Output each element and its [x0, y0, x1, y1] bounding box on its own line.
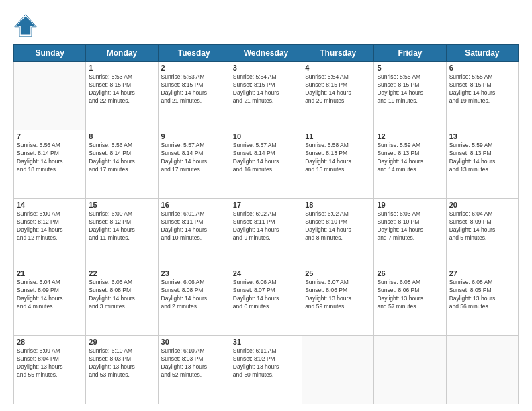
weekday-header-friday: Friday — [374, 45, 446, 62]
calendar-cell: 15 Sunrise: 6:00 AMSunset: 8:12 PMDaylig… — [86, 199, 158, 267]
day-number: 15 — [89, 201, 154, 209]
day-number: 30 — [161, 338, 227, 346]
weekday-header-wednesday: Wednesday — [230, 45, 302, 62]
calendar-cell — [302, 336, 374, 404]
day-number: 3 — [233, 64, 299, 72]
day-number: 1 — [89, 64, 154, 72]
weekday-header-thursday: Thursday — [302, 45, 374, 62]
day-number: 8 — [89, 132, 154, 140]
day-number: 24 — [233, 269, 299, 277]
day-number: 31 — [233, 338, 299, 346]
header — [13, 13, 519, 38]
day-number: 27 — [449, 269, 515, 277]
day-info: Sunrise: 6:02 AMSunset: 8:11 PMDaylight:… — [233, 210, 299, 242]
day-info: Sunrise: 5:56 AMSunset: 8:14 PMDaylight:… — [17, 142, 83, 174]
day-info: Sunrise: 5:54 AMSunset: 8:15 PMDaylight:… — [305, 73, 371, 105]
calendar-cell: 27 Sunrise: 6:08 AMSunset: 8:05 PMDaylig… — [446, 267, 518, 336]
weekday-header-tuesday: Tuesday — [158, 45, 230, 62]
day-number: 4 — [305, 64, 371, 72]
calendar-cell: 1 Sunrise: 5:53 AMSunset: 8:15 PMDayligh… — [86, 62, 158, 130]
calendar-cell: 9 Sunrise: 5:57 AMSunset: 8:14 PMDayligh… — [158, 130, 230, 199]
calendar-cell: 5 Sunrise: 5:55 AMSunset: 8:15 PMDayligh… — [374, 62, 446, 130]
day-info: Sunrise: 6:04 AMSunset: 8:09 PMDaylight:… — [17, 279, 83, 311]
calendar-cell — [14, 62, 86, 130]
calendar-cell: 30 Sunrise: 6:10 AMSunset: 8:03 PMDaylig… — [158, 336, 230, 404]
calendar-cell: 26 Sunrise: 6:08 AMSunset: 8:06 PMDaylig… — [374, 267, 446, 336]
day-number: 5 — [377, 64, 443, 72]
week-row-2: 7 Sunrise: 5:56 AMSunset: 8:14 PMDayligh… — [14, 130, 519, 199]
calendar-cell: 18 Sunrise: 6:02 AMSunset: 8:10 PMDaylig… — [302, 199, 374, 267]
day-info: Sunrise: 6:09 AMSunset: 8:04 PMDaylight:… — [17, 347, 83, 379]
day-number: 14 — [17, 201, 83, 209]
calendar-cell: 23 Sunrise: 6:06 AMSunset: 8:08 PMDaylig… — [158, 267, 230, 336]
day-info: Sunrise: 6:08 AMSunset: 8:06 PMDaylight:… — [377, 279, 443, 311]
day-info: Sunrise: 5:58 AMSunset: 8:13 PMDaylight:… — [305, 142, 371, 174]
day-number: 16 — [161, 201, 227, 209]
weekday-header-row: SundayMondayTuesdayWednesdayThursdayFrid… — [14, 45, 519, 62]
day-number: 7 — [17, 132, 83, 140]
calendar-cell: 22 Sunrise: 6:05 AMSunset: 8:08 PMDaylig… — [86, 267, 158, 336]
calendar-cell: 24 Sunrise: 6:06 AMSunset: 8:07 PMDaylig… — [230, 267, 302, 336]
calendar-cell: 14 Sunrise: 6:00 AMSunset: 8:12 PMDaylig… — [14, 199, 86, 267]
day-info: Sunrise: 6:10 AMSunset: 8:03 PMDaylight:… — [161, 347, 227, 379]
calendar-cell: 13 Sunrise: 5:59 AMSunset: 8:13 PMDaylig… — [446, 130, 518, 199]
day-info: Sunrise: 5:56 AMSunset: 8:14 PMDaylight:… — [89, 142, 154, 174]
day-info: Sunrise: 6:05 AMSunset: 8:08 PMDaylight:… — [89, 279, 154, 311]
day-number: 20 — [449, 201, 515, 209]
day-number: 29 — [89, 338, 154, 346]
day-number: 21 — [17, 269, 83, 277]
day-info: Sunrise: 5:59 AMSunset: 8:13 PMDaylight:… — [377, 142, 443, 174]
day-number: 19 — [377, 201, 443, 209]
day-info: Sunrise: 5:57 AMSunset: 8:14 PMDaylight:… — [161, 142, 227, 174]
day-number: 2 — [161, 64, 227, 72]
day-info: Sunrise: 6:08 AMSunset: 8:05 PMDaylight:… — [449, 279, 515, 311]
calendar-cell: 6 Sunrise: 5:55 AMSunset: 8:15 PMDayligh… — [446, 62, 518, 130]
day-number: 10 — [233, 132, 299, 140]
calendar-cell: 11 Sunrise: 5:58 AMSunset: 8:13 PMDaylig… — [302, 130, 374, 199]
day-info: Sunrise: 5:59 AMSunset: 8:13 PMDaylight:… — [449, 142, 515, 174]
week-row-1: 1 Sunrise: 5:53 AMSunset: 8:15 PMDayligh… — [14, 62, 519, 130]
day-number: 23 — [161, 269, 227, 277]
day-number: 18 — [305, 201, 371, 209]
day-info: Sunrise: 6:11 AMSunset: 8:02 PMDaylight:… — [233, 347, 299, 379]
week-row-3: 14 Sunrise: 6:00 AMSunset: 8:12 PMDaylig… — [14, 199, 519, 267]
calendar-cell: 17 Sunrise: 6:02 AMSunset: 8:11 PMDaylig… — [230, 199, 302, 267]
day-info: Sunrise: 5:53 AMSunset: 8:15 PMDaylight:… — [89, 73, 154, 105]
day-info: Sunrise: 6:07 AMSunset: 8:06 PMDaylight:… — [305, 279, 371, 311]
calendar-cell: 25 Sunrise: 6:07 AMSunset: 8:06 PMDaylig… — [302, 267, 374, 336]
day-info: Sunrise: 6:00 AMSunset: 8:12 PMDaylight:… — [89, 210, 154, 242]
logo-icon — [13, 13, 38, 38]
day-number: 28 — [17, 338, 83, 346]
calendar-cell — [374, 336, 446, 404]
calendar-cell: 7 Sunrise: 5:56 AMSunset: 8:14 PMDayligh… — [14, 130, 86, 199]
calendar-cell: 21 Sunrise: 6:04 AMSunset: 8:09 PMDaylig… — [14, 267, 86, 336]
calendar-cell: 20 Sunrise: 6:04 AMSunset: 8:09 PMDaylig… — [446, 199, 518, 267]
calendar-cell: 10 Sunrise: 5:57 AMSunset: 8:14 PMDaylig… — [230, 130, 302, 199]
day-info: Sunrise: 6:03 AMSunset: 8:10 PMDaylight:… — [377, 210, 443, 242]
calendar-cell: 19 Sunrise: 6:03 AMSunset: 8:10 PMDaylig… — [374, 199, 446, 267]
calendar-cell: 2 Sunrise: 5:53 AMSunset: 8:15 PMDayligh… — [158, 62, 230, 130]
calendar-cell: 31 Sunrise: 6:11 AMSunset: 8:02 PMDaylig… — [230, 336, 302, 404]
day-number: 22 — [89, 269, 154, 277]
day-info: Sunrise: 6:06 AMSunset: 8:08 PMDaylight:… — [161, 279, 227, 311]
week-row-5: 28 Sunrise: 6:09 AMSunset: 8:04 PMDaylig… — [14, 336, 519, 404]
calendar-cell: 12 Sunrise: 5:59 AMSunset: 8:13 PMDaylig… — [374, 130, 446, 199]
day-number: 26 — [377, 269, 443, 277]
day-info: Sunrise: 6:10 AMSunset: 8:03 PMDaylight:… — [89, 347, 154, 379]
week-row-4: 21 Sunrise: 6:04 AMSunset: 8:09 PMDaylig… — [14, 267, 519, 336]
day-info: Sunrise: 6:06 AMSunset: 8:07 PMDaylight:… — [233, 279, 299, 311]
calendar-cell: 29 Sunrise: 6:10 AMSunset: 8:03 PMDaylig… — [86, 336, 158, 404]
calendar-table: SundayMondayTuesdayWednesdayThursdayFrid… — [13, 44, 519, 404]
weekday-header-sunday: Sunday — [14, 45, 86, 62]
page: SundayMondayTuesdayWednesdayThursdayFrid… — [0, 0, 532, 411]
day-info: Sunrise: 5:53 AMSunset: 8:15 PMDaylight:… — [161, 73, 227, 105]
day-number: 25 — [305, 269, 371, 277]
day-info: Sunrise: 5:55 AMSunset: 8:15 PMDaylight:… — [377, 73, 443, 105]
day-number: 13 — [449, 132, 515, 140]
day-number: 9 — [161, 132, 227, 140]
calendar-cell: 28 Sunrise: 6:09 AMSunset: 8:04 PMDaylig… — [14, 336, 86, 404]
day-number: 11 — [305, 132, 371, 140]
day-info: Sunrise: 6:04 AMSunset: 8:09 PMDaylight:… — [449, 210, 515, 242]
weekday-header-monday: Monday — [86, 45, 158, 62]
day-info: Sunrise: 6:00 AMSunset: 8:12 PMDaylight:… — [17, 210, 83, 242]
